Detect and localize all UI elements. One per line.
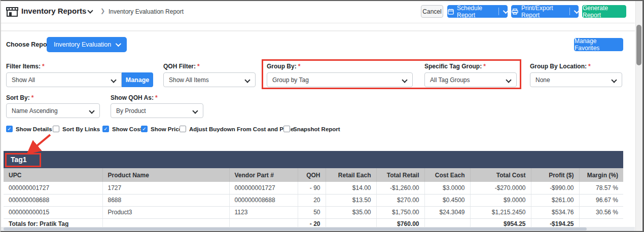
cell-product-name: Product3 (102, 206, 229, 218)
panel-divider (1, 30, 635, 31)
print-export-report-button[interactable]: Print/Export Report (511, 5, 579, 18)
checkbox-show-details[interactable]: ✓Show Details (6, 126, 52, 132)
checkbox-unchecked-icon[interactable] (283, 126, 290, 132)
group-by-location-label: Group By Location:* (530, 63, 591, 70)
checkbox-label: Show Cost (112, 126, 142, 132)
show-qoh-as-select[interactable]: By Product (111, 103, 203, 118)
group-by-select[interactable]: Group by Tag (267, 72, 413, 87)
cell-upc: 000000001727 (4, 182, 102, 194)
manage-favorites-button[interactable]: Manage Favorites (574, 38, 623, 51)
checkbox-unchecked-icon[interactable] (180, 126, 186, 132)
breadcrumb-separator-icon: ❯ (100, 8, 105, 14)
group-by-location-value: None (535, 76, 550, 84)
column-header-retail-each[interactable]: Retail Each (326, 168, 376, 182)
printer-icon (512, 9, 518, 15)
sort-by-select[interactable]: Name Ascending (6, 103, 100, 118)
column-header-margin-[interactable]: Margin (%) (579, 168, 623, 182)
checkbox-checked-icon[interactable]: ✓ (6, 126, 13, 132)
filter-items-select[interactable]: Show All (6, 72, 122, 87)
show-qoh-as-value: By Product (116, 107, 146, 114)
cell-total-cost: -$270.0000 (470, 182, 531, 194)
group-band-title: Tag1 (11, 156, 27, 164)
table-row[interactable]: 000000008688868800000000868820$13.50$270… (4, 194, 623, 206)
checkbox-show-cost[interactable]: ✓Show Cost (102, 126, 142, 132)
schedule-report-button[interactable]: Schedule Report (447, 5, 508, 18)
print-export-report-label: Print/Export Report (521, 5, 565, 19)
cancel-button[interactable]: Cancel (421, 5, 443, 18)
report-type-dropdown[interactable]: Inventory Evaluation (47, 37, 127, 52)
cell-profit-: $261.00 (531, 194, 579, 206)
chevron-down-icon (116, 41, 121, 47)
column-header-total-cost[interactable]: Total Cost (470, 168, 531, 182)
chevron-down-icon[interactable] (88, 9, 94, 14)
chevron-down-icon[interactable] (503, 10, 507, 14)
vertical-scrollbar-thumb[interactable] (636, 25, 641, 65)
column-header-qoh[interactable]: QOH (298, 168, 326, 182)
cell-margin-: 78.57 % (579, 182, 623, 194)
filter-items-label: Filter Items:* (6, 63, 45, 70)
checkbox-label: Show Price (151, 126, 182, 132)
sort-by-label: Sort By:* (6, 94, 33, 101)
chevron-down-icon[interactable] (574, 10, 578, 14)
group-band: Tag1 (4, 151, 623, 168)
cell-profit-: $534.76 (531, 206, 579, 218)
cell-product-name: 1727 (102, 182, 229, 194)
table-header-row: UPCProduct NameVendor Part #QOHRetail Ea… (4, 168, 623, 182)
sort-by-value: Name Ascending (12, 107, 58, 114)
cell-vendor-part-: 000000001727 (229, 182, 298, 194)
group-by-location-select[interactable]: None (530, 72, 622, 87)
checkbox-sort-by-links[interactable]: Sort By Links (53, 126, 100, 132)
generate-report-button[interactable]: Generate Report (582, 5, 626, 18)
checkbox-label: Snapshot Report (293, 126, 340, 132)
cell-vendor-part-: 1123 (229, 206, 298, 218)
report-type-value: Inventory Evaluation (54, 41, 111, 48)
cell-qoh: 20 (298, 194, 326, 206)
checkbox-show-price[interactable]: ✓Show Price (141, 126, 182, 132)
chevron-down-icon (402, 77, 407, 83)
cell-product-name: 8688 (102, 194, 229, 206)
column-header-cost-each[interactable]: Cost Each (424, 168, 470, 182)
table-row[interactable]: 000000000015Product3112350$35.00$1,750.0… (4, 206, 623, 218)
breadcrumb: Inventory Evaluation Report (109, 8, 184, 15)
manage-filter-button[interactable]: Manage (122, 72, 153, 87)
checkbox-label: Show Details (16, 126, 52, 132)
specific-tag-group-value: All Tag Groups (430, 76, 470, 84)
column-header-product-name[interactable]: Product Name (102, 168, 229, 182)
page-title: Inventory Reports (21, 7, 86, 15)
vertical-scrollbar[interactable] (635, 1, 642, 231)
cell-profit-: -$990.00 (531, 182, 579, 194)
column-header-total-retail[interactable]: Total Retail (376, 168, 424, 182)
column-header-profit-[interactable]: Profit ($) (531, 168, 579, 182)
checkbox-checked-icon[interactable]: ✓ (141, 126, 148, 132)
group-by-value: Group by Tag (272, 76, 309, 84)
table-row[interactable]: 0000000017271727000000001727- 90$14.00-$… (4, 182, 623, 194)
horizontal-scrollbar[interactable] (1, 227, 635, 231)
cell-retail-each: $14.00 (326, 182, 376, 194)
button-divider (498, 8, 499, 15)
cell-margin-: 30.56 % (579, 206, 623, 218)
cell-total-retail: $1,750.00 (376, 206, 424, 218)
qoh-filter-select[interactable]: Show All Items (163, 72, 256, 87)
cell-upc: 000000008688 (4, 194, 102, 206)
top-header: Inventory Reports ❯ Inventory Evaluation… (1, 1, 635, 23)
cell-qoh: 50 (298, 206, 326, 218)
horizontal-scrollbar-thumb[interactable] (4, 227, 587, 230)
chevron-down-icon (244, 77, 250, 83)
cell-cost-each: $3.0000 (424, 182, 470, 194)
checkbox-label: Sort By Links (62, 126, 100, 132)
column-header-upc[interactable]: UPC (4, 168, 102, 182)
chevron-down-icon (89, 108, 94, 113)
qoh-filter-label: QOH Filter:* (163, 63, 200, 70)
checkbox-unchecked-icon[interactable] (53, 126, 59, 132)
checkbox-checked-icon[interactable]: ✓ (102, 126, 109, 132)
cell-total-retail: -$1,260.00 (376, 182, 424, 194)
checkbox-adjust-buydown-from-cost-and-price[interactable]: Adjust Buydown From Cost and Price (180, 126, 294, 132)
cell-cost-each: $24.3049 (424, 206, 470, 218)
specific-tag-group-select[interactable]: All Tag Groups (424, 72, 517, 87)
checkbox-snapshot-report[interactable]: Snapshot Report (283, 126, 340, 132)
chevron-down-icon (111, 77, 116, 83)
cell-retail-each: $13.50 (326, 194, 376, 206)
cell-qoh: - 90 (298, 182, 326, 194)
calendar-icon (448, 9, 454, 15)
column-header-vendor-part-[interactable]: Vendor Part # (229, 168, 298, 182)
